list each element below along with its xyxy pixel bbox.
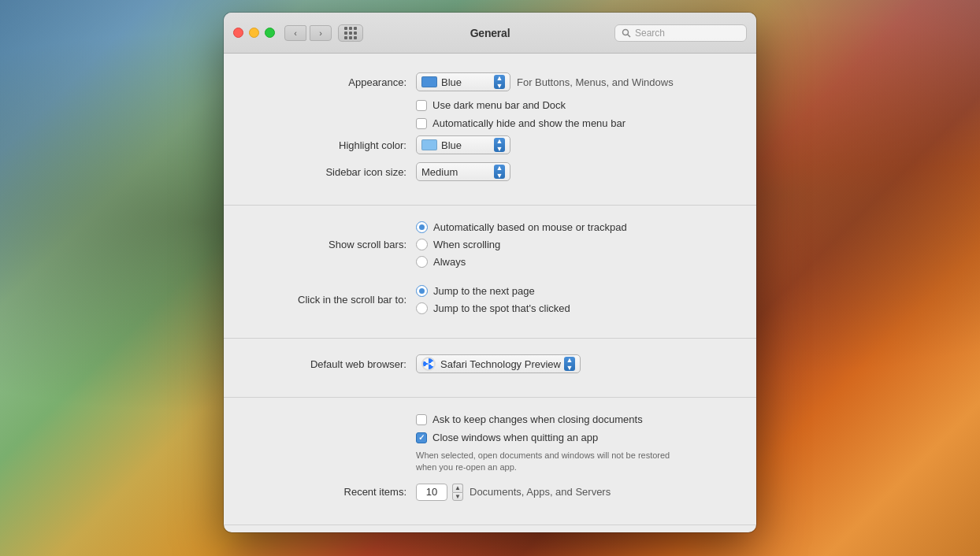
highlight-select-arrows: ▲ ▼ [494,138,505,152]
close-windows-label: Close windows when quitting an app [432,432,598,443]
highlight-select-text: Blue [441,139,491,151]
close-button[interactable] [233,28,243,38]
search-icon [622,28,631,38]
preferences-window: ‹ › General Search [224,13,756,532]
appearance-select-text: Blue [441,76,491,88]
sidebar-size-label: Sidebar icon size: [249,166,406,178]
scroll-scrolling-radio[interactable] [416,239,428,250]
sidebar-size-text: Medium [421,166,491,178]
ask-keep-label: Ask to keep changes when closing documen… [432,413,643,425]
grid-view-button[interactable] [338,24,363,42]
content-area: Appearance: Blue ▲ ▼ For Buttons, Menus,… [224,54,756,532]
documents-section: Ask to keep changes when closing documen… [224,413,756,525]
highlight-content: Blue ▲ ▼ [416,135,731,154]
appearance-select-arrows: ▲ ▼ [494,75,505,89]
grid-icon [344,27,357,39]
appearance-color-swatch [421,76,437,87]
scroll-scrolling-label: When scrolling [433,239,500,250]
close-windows-note: When selected, open documents and window… [416,450,731,474]
browser-label: Default web browser: [249,358,406,370]
scroll-bars-options: Automatically based on mouse or trackpad… [416,221,627,268]
scroll-click-spot-label: Jump to the spot that's clicked [433,302,570,314]
safari-icon [421,357,436,371]
back-button[interactable]: ‹ [284,25,306,41]
stepper-arrows: ▲ ▼ [452,484,463,501]
highlight-label: Highlight color: [249,139,406,151]
auto-hide-label: Automatically hide and show the menu bar [432,117,625,129]
highlight-row: Highlight color: Blue ▲ ▼ [249,135,731,154]
appearance-content: Blue ▲ ▼ For Buttons, Menus, and Windows [416,72,731,91]
recent-items-label: Recent items: [249,486,406,498]
scroll-always-radio[interactable] [416,256,428,268]
appearance-label: Appearance: [249,76,406,88]
appearance-row: Appearance: Blue ▲ ▼ For Buttons, Menus,… [249,72,731,91]
scroll-click-next-label: Jump to the next page [433,285,535,297]
scroll-always-option[interactable]: Always [416,256,627,268]
browser-row: Default web browser: Safari Technology P… [249,354,731,373]
dark-menu-row: Use dark menu bar and Dock [416,99,731,111]
minimize-button[interactable] [249,28,259,38]
titlebar: ‹ › General Search [224,13,756,54]
search-bar[interactable]: Search [614,24,747,42]
sidebar-size-row: Sidebar icon size: Medium ▲ ▼ [249,162,731,181]
dark-menu-checkbox[interactable] [416,100,427,111]
svg-line-1 [628,34,631,37]
scroll-click-label: Click in the scroll bar to: [249,294,406,306]
scroll-bars-label: Show scroll bars: [249,239,406,250]
forward-icon: › [319,28,322,38]
scroll-click-next-option[interactable]: Jump to the next page [416,285,570,297]
close-windows-checkbox[interactable] [416,432,427,443]
browser-select-text: Safari Technology Preview [440,358,561,370]
scroll-auto-label: Automatically based on mouse or trackpad [433,221,627,233]
close-windows-row: Close windows when quitting an app [416,432,731,443]
scroll-scrolling-option[interactable]: When scrolling [416,239,627,250]
maximize-button[interactable] [265,28,275,38]
sidebar-size-select[interactable]: Medium ▲ ▼ [416,162,510,181]
dark-menu-label: Use dark menu bar and Dock [432,99,566,111]
sidebar-size-content: Medium ▲ ▼ [416,162,731,181]
scroll-bars-row: Show scroll bars: Automatically based on… [249,221,731,268]
ask-keep-row: Ask to keep changes when closing documen… [416,413,731,425]
search-placeholder: Search [635,28,665,39]
scroll-always-label: Always [433,256,466,268]
browser-select-arrows: ▲ ▼ [564,357,575,371]
recent-items-input[interactable] [416,484,447,501]
traffic-lights [233,28,275,38]
svg-point-0 [623,29,629,35]
sidebar-size-arrows: ▲ ▼ [494,165,505,179]
recent-items-stepper: ▲ ▼ [416,484,463,501]
highlight-color-swatch [421,139,437,150]
browser-content: Safari Technology Preview ▲ ▼ [416,354,731,373]
stepper-down-arrow[interactable]: ▼ [452,492,463,501]
appearance-description: For Buttons, Menus, and Windows [517,76,674,88]
scroll-click-row: Click in the scroll bar to: Jump to the … [249,285,731,314]
recent-items-row: Recent items: ▲ ▼ Documents, Apps, and S… [249,484,731,501]
appearance-select[interactable]: Blue ▲ ▼ [416,72,510,91]
window-title: General [470,27,510,39]
browser-section: Default web browser: Safari Technology P… [224,354,756,398]
nav-buttons: ‹ › [284,25,332,41]
appearance-section: Appearance: Blue ▲ ▼ For Buttons, Menus,… [224,72,756,206]
scroll-click-next-radio[interactable] [416,285,428,297]
recent-items-description: Documents, Apps, and Servers [470,486,611,498]
recent-items-content: ▲ ▼ Documents, Apps, and Servers [416,484,731,501]
browser-select[interactable]: Safari Technology Preview ▲ ▼ [416,354,581,373]
scroll-click-spot-option[interactable]: Jump to the spot that's clicked [416,302,570,314]
stepper-up-arrow[interactable]: ▲ [452,484,463,492]
ask-keep-checkbox[interactable] [416,414,427,425]
scroll-click-spot-radio[interactable] [416,302,428,314]
scroll-auto-option[interactable]: Automatically based on mouse or trackpad [416,221,627,233]
scroll-auto-radio[interactable] [416,221,428,233]
back-icon: ‹ [294,28,297,38]
highlight-select[interactable]: Blue ▲ ▼ [416,135,510,154]
scroll-click-options: Jump to the next page Jump to the spot t… [416,285,570,314]
auto-hide-checkbox[interactable] [416,118,427,129]
auto-hide-row: Automatically hide and show the menu bar [416,117,731,129]
scrollbars-section: Show scroll bars: Automatically based on… [224,221,756,339]
forward-button[interactable]: › [310,25,332,41]
